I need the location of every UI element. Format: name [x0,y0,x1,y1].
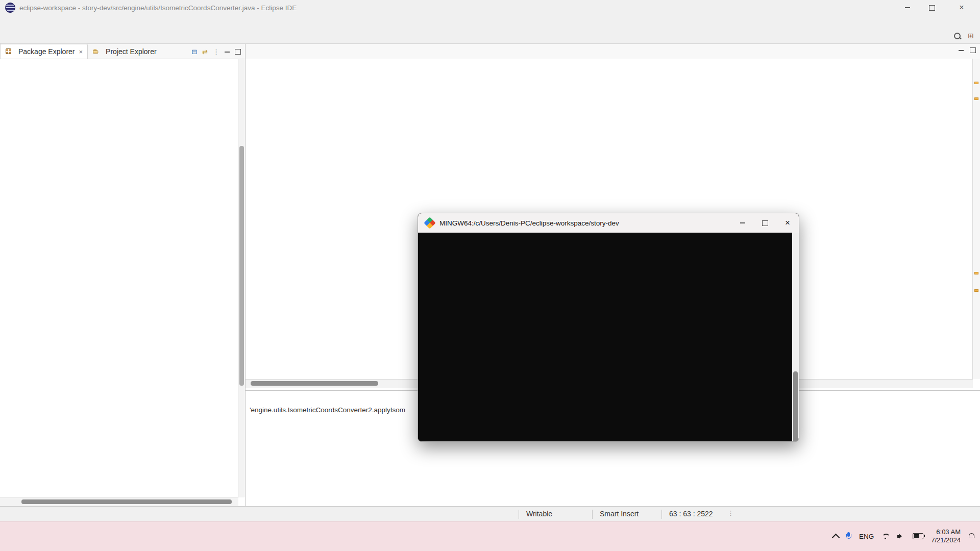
tab-package-explorer[interactable]: Package Explorer× [0,44,88,59]
volume-icon[interactable] [897,533,905,540]
editor-tab-bar [246,44,980,59]
wifi-icon[interactable] [881,533,890,540]
open-perspective-icon[interactable]: ⊞ [968,32,974,40]
explorer-vertical-scrollbar[interactable] [238,59,245,497]
system-tray: ENG 6:03 AM7/21/2024 [833,521,975,551]
close-button[interactable]: × [950,0,973,15]
eclipse-titlebar: eclipse-workspace - story-dev/src/engine… [0,0,980,15]
maximize-view-icon[interactable] [235,49,241,55]
package-explorer-tree [0,59,238,497]
terminal-minimize-button[interactable] [731,213,754,233]
mingw64-terminal-window[interactable]: MINGW64:/c/Users/Denis-PC/eclipse-worksp… [418,213,799,442]
status-insert-mode: Smart Insert [600,510,639,518]
status-menu-icon[interactable]: ⋮ [727,509,734,517]
tray-overflow-icon[interactable] [832,533,840,541]
terminal-close-button[interactable]: × [776,213,799,233]
main-toolbar [0,28,980,44]
editor-annotation-ruler [972,59,980,379]
status-writable: Writable [526,510,552,518]
minimize-editor-icon[interactable] [959,50,964,51]
minimize-view-icon[interactable] [225,52,230,53]
terminal-maximize-button[interactable] [754,213,776,233]
microphone-icon[interactable] [846,532,851,540]
collapse-all-icon[interactable]: ⊟ [191,48,197,56]
terminal-titlebar[interactable]: MINGW64:/c/Users/Denis-PC/eclipse-worksp… [418,213,799,233]
toolbar-right: ⊞ [954,28,974,43]
project-explorer-icon [92,48,100,55]
explorer-tab-bar: Package Explorer× Project Explorer ⊟ ⇄ ⋮ [0,44,245,59]
desktop: eclipse-workspace - story-dev/src/engine… [0,0,980,551]
maximize-editor-icon[interactable] [970,47,976,53]
link-with-editor-icon[interactable]: ⇄ [202,48,208,56]
maximize-button[interactable] [921,0,943,15]
package-explorer-icon [5,48,12,55]
close-tab-icon[interactable]: × [79,48,83,56]
minimize-button[interactable] [896,0,919,15]
language-indicator[interactable]: ENG [859,533,874,540]
view-menu-icon[interactable]: ⋮ [213,48,219,56]
terminal-scrollbar[interactable] [792,233,799,441]
terminal-title: MINGW64:/c/Users/Denis-PC/eclipse-worksp… [439,219,619,227]
status-bar: Writable Smart Insert 63 : 63 : 2522 ⋮ [0,506,980,522]
clock[interactable]: 6:03 AM7/21/2024 [931,528,961,544]
eclipse-logo-icon [5,3,15,13]
explorer-horizontal-scrollbar[interactable] [0,497,238,506]
search-icon[interactable] [954,33,961,39]
status-cursor-position: 63 : 63 : 2522 [669,510,713,518]
notification-bell-icon[interactable] [968,533,975,540]
battery-icon[interactable] [913,533,923,539]
menu-bar [0,15,980,28]
terminal-output[interactable] [418,233,792,441]
window-title: eclipse-workspace - story-dev/src/engine… [19,4,297,12]
git-icon [424,217,435,229]
tab-project-explorer[interactable]: Project Explorer [88,44,161,59]
package-explorer-view: Package Explorer× Project Explorer ⊟ ⇄ ⋮ [0,44,246,506]
